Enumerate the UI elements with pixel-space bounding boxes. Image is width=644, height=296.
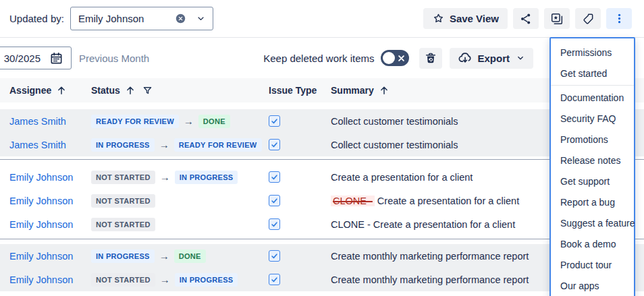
delete-view-button[interactable]: [419, 48, 442, 69]
menu-item-security-faq[interactable]: Security FAQ: [551, 108, 634, 129]
summary-text: Create monthly marketing performance rep…: [331, 251, 529, 262]
arrow-up-icon[interactable]: [379, 85, 390, 96]
overflow-menu: Permissions Get started Documentation Se…: [549, 37, 635, 296]
menu-divider: [551, 85, 634, 86]
status-from-badge: NOT STARTED: [91, 218, 155, 231]
table-row[interactable]: Emily Johnson NOT STARTED → IN PROGRESS …: [0, 165, 644, 189]
menu-item-permissions[interactable]: Permissions: [551, 42, 634, 63]
funnel-icon[interactable]: [142, 85, 153, 96]
arrow-up-icon[interactable]: [125, 85, 136, 96]
summary-text: CLONE - Create a presentation for a clie…: [331, 219, 515, 230]
column-header-status[interactable]: Status: [91, 85, 269, 96]
assignee-link[interactable]: Emily Johnson: [9, 172, 73, 183]
arrow-right-icon: →: [184, 115, 194, 127]
star-icon: [432, 12, 445, 25]
keep-deleted-label: Keep deleted work items: [263, 53, 374, 64]
status-from-badge: NOT STARTED: [91, 194, 155, 208]
menu-item-promotions[interactable]: Promotions: [551, 129, 634, 150]
arrow-right-icon: →: [159, 250, 169, 262]
menu-item-documentation[interactable]: Documentation: [551, 87, 634, 108]
arrow-right-icon: →: [160, 274, 170, 285]
arrow-up-icon[interactable]: [56, 85, 67, 96]
row-group: Emily Johnson IN PROGRESS → DONE Create …: [0, 244, 644, 291]
chevron-down-icon[interactable]: [196, 13, 206, 24]
issue-type-checkbox[interactable]: [269, 171, 280, 183]
column-header-issue-type[interactable]: Issue Type: [269, 85, 331, 96]
assignee-link[interactable]: James Smith: [9, 116, 66, 127]
arrow-right-icon: →: [159, 139, 169, 150]
row-group: James Smith READY FOR REVIEW → DONE Coll…: [0, 109, 644, 160]
table-row[interactable]: James Smith IN PROGRESS → READY FOR REVI…: [0, 133, 644, 156]
row-group: Emily Johnson NOT STARTED → IN PROGRESS …: [0, 165, 644, 239]
calendar-icon[interactable]: [49, 51, 63, 65]
top-toolbar: Updated by: Emily Johnson Save View: [0, 0, 644, 38]
status-to-badge: IN PROGRESS: [175, 171, 238, 184]
table-row[interactable]: Emily Johnson NOT STARTED → IN PROGRESS …: [0, 268, 644, 291]
menu-item-book-a-demo[interactable]: Book a demo: [551, 233, 634, 254]
menu-item-product-tour[interactable]: Product tour: [551, 254, 634, 275]
menu-item-our-apps[interactable]: Our apps: [551, 275, 634, 296]
saved-views-button[interactable]: [544, 8, 570, 29]
status-from-badge: NOT STARTED: [91, 171, 155, 184]
previous-month-label: Previous Month: [79, 53, 149, 64]
status-from-badge: IN PROGRESS: [91, 138, 155, 152]
arrow-right-icon: →: [160, 171, 170, 183]
status-transition: → DONE: [155, 249, 206, 263]
status-to-badge: READY FOR REVIEW: [174, 138, 262, 152]
menu-item-report-a-bug[interactable]: Report a bug: [551, 191, 634, 212]
issue-type-checkbox[interactable]: [269, 195, 280, 206]
export-button[interactable]: Export: [450, 48, 533, 69]
status-transition: → IN PROGRESS: [155, 273, 238, 287]
status-to-badge: DONE: [174, 249, 206, 263]
table-row[interactable]: Emily Johnson NOT STARTED → CLONE - Crea…: [0, 189, 644, 212]
work-item-history-page: Updated by: Emily Johnson Save View: [0, 0, 644, 296]
menu-item-suggest-a-feature[interactable]: Suggest a feature: [551, 212, 634, 233]
share-button[interactable]: [513, 8, 539, 29]
menu-item-get-started[interactable]: Get started: [551, 63, 634, 84]
updated-by-label: Updated by:: [9, 13, 64, 24]
updated-by-value: Emily Johnson: [78, 13, 174, 24]
save-view-label: Save View: [450, 13, 499, 24]
menu-item-release-notes[interactable]: Release notes: [551, 150, 634, 171]
menu-item-get-support[interactable]: Get support: [551, 171, 634, 191]
issue-type-checkbox[interactable]: [269, 115, 280, 127]
table-row[interactable]: James Smith READY FOR REVIEW → DONE Coll…: [0, 109, 644, 133]
assignee-link[interactable]: James Smith: [9, 140, 66, 150]
history-table: Assignee Status Issue Type Summary: [0, 78, 644, 291]
status-from-badge: READY FOR REVIEW: [91, 115, 179, 128]
date-value: 30/2025: [4, 53, 41, 64]
summary-text: Create a presentation for a client: [377, 196, 519, 206]
issue-type-checkbox[interactable]: [269, 218, 280, 230]
issue-type-checkbox[interactable]: [269, 250, 280, 262]
summary-removed-text: CLONE -: [331, 196, 375, 206]
updated-by-combobox[interactable]: Emily Johnson: [70, 7, 213, 30]
save-view-button[interactable]: Save View: [423, 8, 508, 29]
keep-deleted-toggle[interactable]: [381, 50, 409, 66]
assignee-link[interactable]: Emily Johnson: [9, 219, 73, 230]
column-header-assignee[interactable]: Assignee: [0, 85, 91, 96]
table-row[interactable]: Emily Johnson IN PROGRESS → DONE Create …: [0, 244, 644, 268]
table-row[interactable]: Emily Johnson NOT STARTED → CLONE - Crea…: [0, 212, 644, 236]
date-input[interactable]: 30/2025: [0, 47, 72, 69]
summary-text: Collect customer testimonials: [331, 116, 458, 127]
summary-text: Collect customer testimonials: [331, 140, 458, 150]
label-button[interactable]: [575, 8, 601, 29]
share-icon: [519, 12, 533, 26]
more-options-button[interactable]: [606, 8, 632, 29]
assignee-link[interactable]: Emily Johnson: [9, 274, 73, 285]
assignee-link[interactable]: Emily Johnson: [9, 251, 73, 262]
trash-restore-icon: [424, 51, 437, 65]
issue-type-checkbox[interactable]: [269, 139, 280, 150]
status-transition: → IN PROGRESS: [155, 171, 238, 184]
status-from-badge: IN PROGRESS: [91, 249, 155, 263]
status-transition: → DONE: [179, 115, 230, 128]
saved-views-icon: [550, 12, 564, 26]
issue-type-checkbox[interactable]: [269, 274, 280, 285]
cloud-download-icon: [458, 51, 473, 65]
export-label: Export: [477, 53, 510, 64]
clear-circle-icon[interactable]: [174, 12, 187, 25]
status-to-badge: DONE: [198, 115, 230, 128]
status-from-badge: NOT STARTED: [91, 273, 155, 287]
summary-text: Create a presentation for a client: [331, 172, 473, 183]
assignee-link[interactable]: Emily Johnson: [9, 196, 73, 206]
